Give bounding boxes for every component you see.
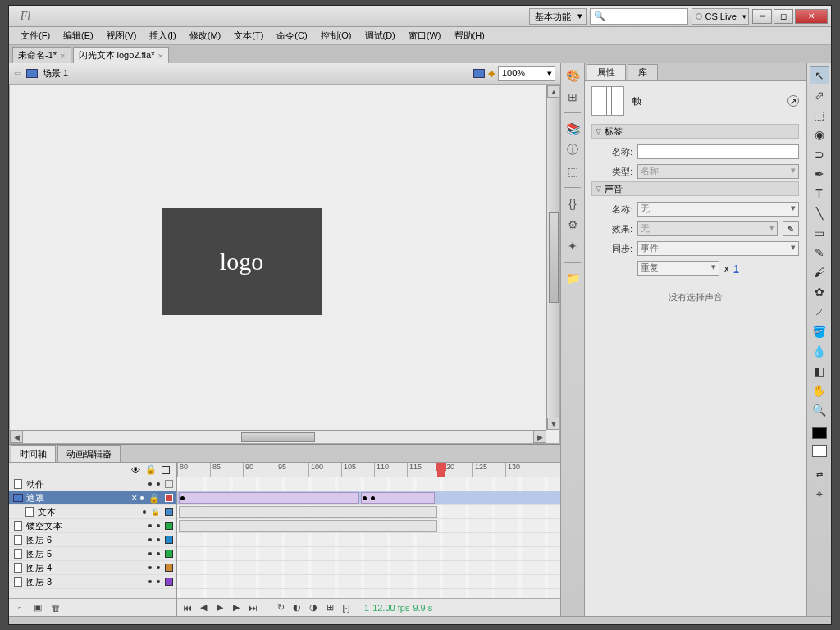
transform-icon[interactable]: ⬚ bbox=[565, 164, 580, 179]
visibility-header-icon[interactable]: 👁 bbox=[131, 465, 140, 475]
snap-button[interactable]: ⌖ bbox=[810, 485, 829, 503]
delete-layer-button[interactable]: 🗑 bbox=[48, 601, 63, 614]
maximize-button[interactable]: ◻ bbox=[774, 9, 793, 24]
layer-row[interactable]: 图层 3 bbox=[9, 575, 176, 589]
layer-row[interactable]: 文本🔒 bbox=[9, 505, 176, 519]
menu-modify[interactable]: 修改(M) bbox=[183, 27, 228, 44]
onion-markers-button[interactable]: [·] bbox=[340, 602, 353, 614]
menu-control[interactable]: 控制(O) bbox=[314, 27, 358, 44]
scroll-thumb[interactable] bbox=[241, 432, 315, 442]
layer-row[interactable]: 图层 5 bbox=[9, 547, 176, 561]
sound-name-dropdown[interactable]: 无 bbox=[637, 202, 799, 217]
menu-insert[interactable]: 插入(I) bbox=[143, 27, 182, 44]
swap-colors-button[interactable]: ⇄ bbox=[810, 465, 829, 483]
info-icon[interactable]: ⓘ bbox=[565, 143, 580, 158]
deco-tool[interactable]: ✿ bbox=[810, 283, 829, 301]
edit-symbols-icon[interactable]: ◆ bbox=[488, 68, 495, 79]
outline-header-icon[interactable] bbox=[162, 466, 170, 474]
3d-rotation-tool[interactable]: ◉ bbox=[810, 126, 829, 144]
scroll-up-icon[interactable]: ▲ bbox=[547, 85, 560, 98]
search-input[interactable]: 🔍 bbox=[590, 8, 688, 25]
scroll-left-icon[interactable]: ◀ bbox=[10, 431, 23, 443]
doc-tab[interactable]: 闪光文本 logo2.fla*× bbox=[73, 47, 169, 63]
doc-tab[interactable]: 未命名-1*× bbox=[12, 47, 71, 63]
goto-last-button[interactable]: ⏭ bbox=[246, 602, 259, 614]
onion-outline-button[interactable]: ◑ bbox=[307, 602, 320, 614]
menu-text[interactable]: 文本(T) bbox=[227, 27, 270, 44]
pencil-tool[interactable]: ✎ bbox=[810, 244, 829, 262]
onion-skin-button[interactable]: ◐ bbox=[290, 602, 304, 614]
tab-motion-editor[interactable]: 动画编辑器 bbox=[57, 445, 121, 462]
section-label[interactable]: 标签 bbox=[591, 124, 799, 139]
loop-button[interactable]: ↻ bbox=[274, 602, 287, 614]
back-icon[interactable]: ⇦ bbox=[14, 68, 21, 79]
hand-tool[interactable]: ✋ bbox=[810, 381, 829, 399]
layer-row[interactable]: 镂空文本 bbox=[9, 519, 176, 533]
behaviors-icon[interactable]: ✦ bbox=[565, 239, 580, 253]
stroke-color-swatch[interactable] bbox=[812, 427, 827, 439]
minimize-button[interactable]: ━ bbox=[752, 9, 772, 24]
frames-grid[interactable] bbox=[177, 477, 560, 598]
scene-name[interactable]: 场景 1 bbox=[43, 67, 68, 80]
rectangle-tool[interactable]: ▭ bbox=[810, 224, 829, 242]
eraser-tool[interactable]: ◧ bbox=[810, 362, 829, 380]
paint-bucket-tool[interactable]: 🪣 bbox=[810, 322, 829, 340]
selection-tool[interactable]: ↖ bbox=[810, 66, 829, 84]
zoom-tool[interactable]: 🔍 bbox=[810, 401, 829, 419]
zoom-dropdown[interactable]: 100% bbox=[498, 66, 555, 81]
vertical-scrollbar[interactable]: ▲ ▼ bbox=[546, 85, 559, 430]
layer-row[interactable]: 图层 4 bbox=[9, 561, 176, 575]
subselection-tool[interactable]: ⬀ bbox=[810, 86, 829, 104]
fill-color-swatch[interactable] bbox=[812, 445, 827, 457]
edit-effect-button[interactable]: ✎ bbox=[783, 221, 799, 236]
goto-first-button[interactable]: ⏮ bbox=[180, 602, 194, 614]
tab-library[interactable]: 库 bbox=[628, 64, 658, 80]
frame-ruler[interactable]: 80 85 90 95 100 105 110 115 120 125 130 bbox=[177, 463, 560, 477]
scroll-down-icon[interactable]: ▼ bbox=[547, 418, 560, 430]
step-forward-button[interactable]: ▶ bbox=[230, 602, 243, 614]
menu-help[interactable]: 帮助(H) bbox=[448, 27, 491, 44]
sound-repeat-dropdown[interactable]: 重复 bbox=[637, 261, 719, 276]
swatches-icon[interactable]: 🎨 bbox=[565, 68, 580, 83]
bone-tool[interactable]: ⟋ bbox=[810, 303, 829, 321]
layer-row[interactable]: 图层 6 bbox=[9, 533, 176, 547]
tab-close-icon[interactable]: × bbox=[60, 51, 65, 61]
tab-close-icon[interactable]: × bbox=[158, 51, 162, 61]
new-folder-button[interactable]: ▣ bbox=[30, 601, 45, 614]
new-layer-button[interactable]: ▫ bbox=[12, 601, 27, 614]
step-back-button[interactable]: ◀ bbox=[197, 602, 210, 614]
text-tool[interactable]: T bbox=[810, 185, 829, 203]
brush-tool[interactable]: 🖌 bbox=[810, 263, 829, 281]
label-type-dropdown[interactable]: 名称 bbox=[637, 164, 799, 179]
label-name-input[interactable] bbox=[637, 144, 799, 159]
components-icon[interactable]: ⚙ bbox=[565, 217, 580, 232]
close-button[interactable]: ✕ bbox=[795, 9, 828, 24]
repeat-count[interactable]: 1 bbox=[734, 263, 739, 273]
layer-row[interactable]: 遮罩✕🔒 bbox=[9, 491, 176, 505]
project-icon[interactable]: 📁 bbox=[565, 271, 580, 285]
free-transform-tool[interactable]: ⬚ bbox=[810, 106, 829, 124]
horizontal-scrollbar[interactable]: ◀ ▶ bbox=[10, 430, 546, 443]
sound-sync-dropdown[interactable]: 事件 bbox=[637, 241, 799, 256]
menu-edit[interactable]: 编辑(E) bbox=[57, 27, 100, 44]
menu-file[interactable]: 文件(F) bbox=[14, 27, 57, 44]
section-sound[interactable]: 声音 bbox=[591, 181, 799, 196]
menu-debug[interactable]: 调试(D) bbox=[358, 27, 402, 44]
scroll-thumb[interactable] bbox=[549, 212, 559, 303]
edit-multiple-button[interactable]: ⊞ bbox=[323, 602, 336, 614]
menu-commands[interactable]: 命令(C) bbox=[270, 27, 313, 44]
pen-tool[interactable]: ✒ bbox=[810, 165, 829, 183]
library-icon[interactable]: 📚 bbox=[565, 121, 580, 136]
edit-scene-icon[interactable] bbox=[473, 69, 485, 78]
code-icon[interactable]: {} bbox=[565, 196, 580, 211]
align-icon[interactable]: ⊞ bbox=[565, 89, 580, 104]
workspace-dropdown[interactable]: 基本功能 bbox=[529, 8, 587, 25]
tab-properties[interactable]: 属性 bbox=[587, 64, 626, 80]
line-tool[interactable]: ╲ bbox=[810, 204, 829, 222]
lasso-tool[interactable]: ⊃ bbox=[810, 145, 829, 163]
cslive-dropdown[interactable]: CS Live bbox=[692, 8, 749, 25]
menu-window[interactable]: 窗口(W) bbox=[402, 27, 448, 44]
stage[interactable]: logo ▲ ▼ ◀ ▶ bbox=[9, 84, 560, 444]
scroll-right-icon[interactable]: ▶ bbox=[533, 431, 546, 443]
lock-header-icon[interactable]: 🔒 bbox=[145, 464, 157, 475]
